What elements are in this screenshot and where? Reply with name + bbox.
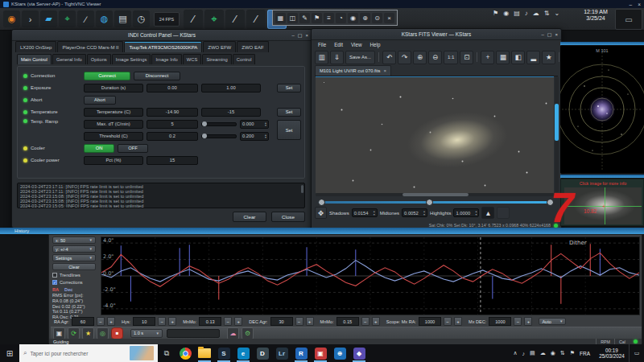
shadows-value[interactable]: 0.0154▴▾ xyxy=(352,208,378,217)
menu-file[interactable]: File xyxy=(315,40,329,49)
tray-icon-5[interactable]: ⇅ xyxy=(560,350,565,356)
indi-property-tab[interactable]: Main Control xyxy=(17,54,52,64)
stretch-slider[interactable] xyxy=(318,200,553,205)
news-thumbnail[interactable] xyxy=(130,346,154,360)
spin-down-icon[interactable]: ▾ xyxy=(265,124,266,126)
fits-viewer-icon[interactable]: ▤ xyxy=(114,10,131,27)
decrement-button[interactable]: − xyxy=(444,317,452,326)
increment-button[interactable]: + xyxy=(306,317,314,326)
maximize-icon[interactable]: ▢ xyxy=(547,31,552,37)
indi-property-tab[interactable]: Streaming xyxy=(202,54,231,64)
slider-knob[interactable] xyxy=(202,134,207,138)
fits-titlebar[interactable]: KStars FITS Viewer — KStars –▢× xyxy=(312,29,561,40)
increment-button[interactable]: + xyxy=(107,317,115,326)
loop-exposures-icon[interactable]: ⟳ xyxy=(68,327,80,339)
abort-button[interactable]: Abort xyxy=(84,96,116,105)
taskbar-app-chrome[interactable] xyxy=(175,344,195,362)
tray-icon-3[interactable]: ☁ xyxy=(540,350,546,356)
guide-graph[interactable]: 4.0"2.0"0.0"-2.0"-4.0"Dither xyxy=(101,237,640,315)
dec-mode-select[interactable]: Auto▼ xyxy=(539,318,566,325)
ekos-icon[interactable]: ⌖ xyxy=(59,10,76,27)
remote-tray-icon-0[interactable]: ⚑ xyxy=(493,10,498,17)
close-icon[interactable]: × xyxy=(555,32,558,37)
indi-property-tab[interactable]: Options xyxy=(87,54,111,64)
indi-property-tab[interactable]: WCS xyxy=(183,54,202,64)
corrections-checkbox[interactable]: ✓ xyxy=(52,280,57,285)
notification-button[interactable]: ▭ xyxy=(629,344,644,362)
ramp-slider[interactable] xyxy=(201,122,237,126)
guide-target-icon[interactable]: ◎ xyxy=(97,327,109,339)
camera-icon[interactable]: ∕ xyxy=(225,10,245,29)
remote-tray-icon-4[interactable]: ☁ xyxy=(533,10,539,17)
kstars-logo-icon[interactable]: ◉ xyxy=(3,10,20,27)
vertical-scrollbar[interactable] xyxy=(555,76,559,192)
decrement-button[interactable]: − xyxy=(295,317,303,326)
element-value[interactable]: 5 xyxy=(147,120,198,129)
temp-ramp-set-button[interactable]: Set xyxy=(277,120,301,140)
filter-wheel-icon[interactable]: ∕ xyxy=(246,10,266,29)
crosshair-icon[interactable]: + xyxy=(481,51,494,64)
fits-image-tab[interactable]: M101 Light UV/IR cut 070.fits × xyxy=(315,65,391,76)
guide-control-value[interactable]: 0.15 xyxy=(336,317,359,326)
fits-image-view[interactable] xyxy=(316,76,554,193)
popup-tool-icon-5[interactable]: ◔ xyxy=(336,13,346,23)
decrement-button[interactable]: − xyxy=(514,317,522,326)
decrement-button[interactable]: − xyxy=(224,317,232,326)
clear-button[interactable]: Clear xyxy=(52,263,96,270)
indi-property-tab[interactable]: Control xyxy=(233,54,256,64)
disconnect-button[interactable]: Disconnect xyxy=(134,72,180,80)
remote-tray-icon-3[interactable]: ♪ xyxy=(525,10,528,17)
grid-icon[interactable]: ▦ xyxy=(496,51,510,64)
camera-settings-icon[interactable]: ⚙ xyxy=(242,327,254,339)
zoom-fit-icon[interactable]: ⊡ xyxy=(460,51,473,64)
midtones-handle[interactable] xyxy=(426,199,433,206)
popup-tool-icon-0[interactable]: ▦ xyxy=(275,13,286,23)
cooler-on-button[interactable]: ON xyxy=(84,144,114,153)
indi-device-tab[interactable]: ZWO EFW xyxy=(203,41,236,52)
slider-knob[interactable] xyxy=(202,121,207,126)
exposure-set-button[interactable]: Set xyxy=(277,84,301,93)
minimize-icon[interactable]: – xyxy=(541,32,543,37)
menu-edit[interactable]: Edit xyxy=(331,40,346,49)
increment-button[interactable]: + xyxy=(454,317,462,326)
popup-tool-icon-6[interactable]: ◉ xyxy=(348,13,358,23)
settings-select[interactable]: Settings▼ xyxy=(52,254,96,261)
midtones-value[interactable]: 0.0052▴▾ xyxy=(402,208,427,217)
close-button[interactable]: Close xyxy=(271,212,305,222)
clear-button[interactable]: Clear xyxy=(233,212,266,222)
object-thumbnail[interactable]: + xyxy=(564,187,642,224)
stop-icon[interactable]: ■ xyxy=(111,327,123,339)
guide-control-value[interactable]: 10 xyxy=(133,317,155,326)
taskbar-app-edge[interactable]: e xyxy=(233,344,253,362)
decrement-button[interactable]: − xyxy=(158,317,166,326)
vertical-scrollbar-thumb[interactable] xyxy=(555,104,559,141)
taskbar-app-steam[interactable]: S xyxy=(214,344,233,362)
guide-control-value[interactable]: 30 xyxy=(270,317,293,326)
temperature-set-button[interactable]: Set xyxy=(277,108,301,117)
task-view-button[interactable]: ⧉ xyxy=(158,344,175,362)
decrement-button[interactable]: − xyxy=(97,317,105,326)
indi-property-tab[interactable]: Image Info xyxy=(151,54,181,64)
guide-scope-icon[interactable]: ⌖ xyxy=(204,10,224,29)
ramp-spinbox[interactable]: 0.000▴▾ xyxy=(240,120,269,129)
indi-device-tab[interactable]: LX200 OnStep xyxy=(15,41,56,52)
save-as-button[interactable]: Save As... xyxy=(345,51,375,64)
trendlines-checkbox[interactable] xyxy=(52,273,57,278)
telescope-icon[interactable]: ∕ xyxy=(77,10,94,27)
zoom-in-icon[interactable]: ⊕ xyxy=(413,51,427,64)
history-window-titlebar[interactable]: History xyxy=(0,228,644,234)
remote-tray-icon-1[interactable]: ◉ xyxy=(503,10,509,17)
time-step-icon[interactable]: › xyxy=(22,10,39,27)
language-indicator[interactable]: FRA xyxy=(580,351,590,356)
remote-tray-icon-2[interactable]: ▤ xyxy=(514,10,520,17)
mount-icon[interactable]: ∕ xyxy=(184,10,203,29)
increment-button[interactable]: + xyxy=(524,317,532,326)
undo-icon[interactable]: ↶ xyxy=(382,51,396,64)
taskbar-search[interactable]: ⌕ Taper ici pour rechercher xyxy=(19,344,158,362)
popup-tool-icon-9[interactable]: × xyxy=(384,13,394,23)
cooler-off-button[interactable]: OFF xyxy=(118,144,148,153)
guide-control-value[interactable]: 1000 xyxy=(489,317,511,326)
taskbar-app-discord[interactable]: D xyxy=(253,344,272,362)
exposure-duration-select[interactable]: 1.0 s▼ xyxy=(130,329,163,338)
open-folder-icon[interactable]: ▰ xyxy=(40,10,57,27)
